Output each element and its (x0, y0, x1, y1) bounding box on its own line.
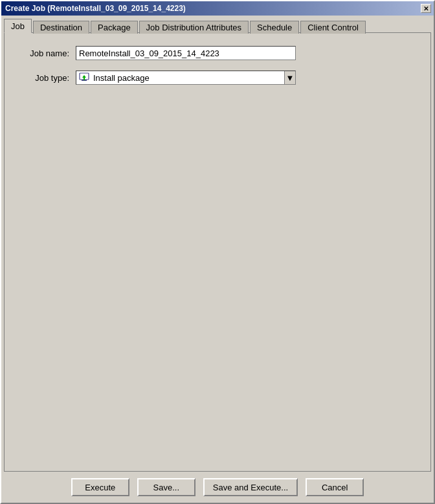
job-type-label: Job type: (17, 73, 69, 83)
content-area: Job name: Job type: Install package (4, 32, 431, 472)
window-title: Create Job (RemoteInstall_03_09_2015_14_… (5, 4, 186, 13)
tab-destination[interactable]: Destination (33, 21, 89, 34)
tab-client-control[interactable]: Client Control (300, 21, 366, 34)
content-spacer (17, 95, 418, 458)
dropdown-arrow-icon[interactable]: ▼ (284, 71, 295, 84)
button-bar: Execute Save... Save and Execute... Canc… (1, 472, 434, 503)
job-name-row: Job name: (17, 46, 418, 60)
job-type-select-container: Install package Uninstall package Run sc… (76, 71, 296, 85)
tab-schedule[interactable]: Schedule (250, 21, 299, 34)
cancel-button[interactable]: Cancel (306, 478, 364, 496)
title-bar: Create Job (RemoteInstall_03_09_2015_14_… (1, 1, 434, 16)
close-button[interactable]: ✕ (421, 4, 431, 13)
save-execute-button[interactable]: Save and Execute... (203, 478, 298, 496)
job-name-label: Job name: (17, 49, 69, 58)
execute-button[interactable]: Execute (71, 478, 129, 496)
save-button[interactable]: Save... (137, 478, 195, 496)
install-icon (78, 71, 91, 84)
tab-bar: Job Destination Package Job Distribution… (1, 16, 434, 32)
main-window: Create Job (RemoteInstall_03_09_2015_14_… (0, 0, 435, 504)
tab-job[interactable]: Job (4, 19, 32, 33)
job-type-row: Job type: Install package Uninstall pack… (17, 71, 418, 85)
tab-package[interactable]: Package (91, 21, 138, 34)
job-type-select[interactable]: Install package Uninstall package Run sc… (91, 71, 284, 84)
job-name-input[interactable] (76, 46, 296, 60)
tab-job-distribution[interactable]: Job Distribution Attributes (139, 21, 249, 34)
